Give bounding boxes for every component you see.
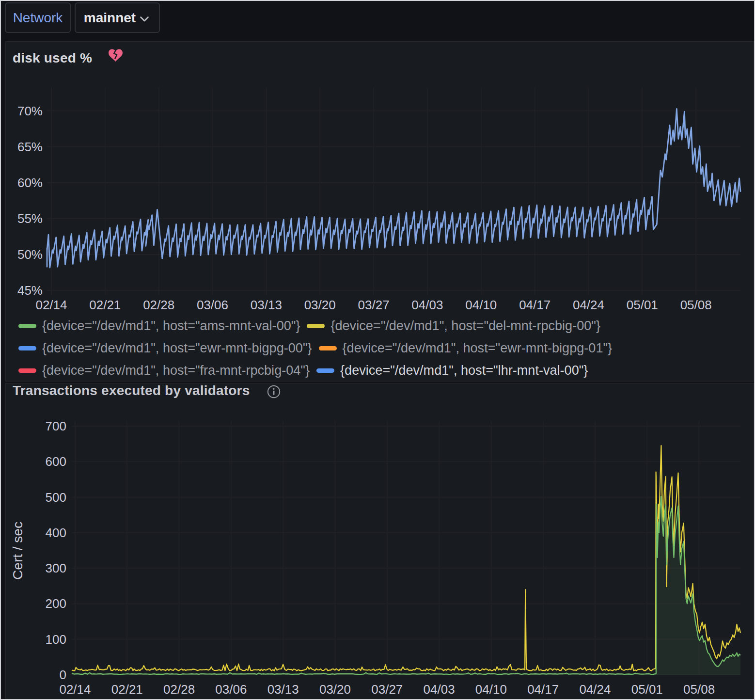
svg-text:65%: 65% [17,140,43,154]
svg-text:03/13: 03/13 [251,298,282,312]
svg-text:04/03: 04/03 [411,298,443,312]
svg-text:Cert / sec: Cert / sec [10,522,25,580]
svg-text:400: 400 [46,525,66,540]
svg-text:03/27: 03/27 [358,298,390,312]
svg-text:70%: 70% [17,104,43,118]
svg-text:03/20: 03/20 [304,298,336,312]
svg-text:04/17: 04/17 [527,682,559,697]
svg-text:300: 300 [46,561,66,575]
svg-text:0: 0 [60,668,66,682]
svg-text:05/01: 05/01 [627,298,658,312]
svg-text:05/08: 05/08 [683,682,715,697]
svg-text:03/27: 03/27 [371,682,403,697]
svg-text:60%: 60% [17,175,43,190]
svg-text:04/24: 04/24 [573,298,604,312]
svg-text:04/17: 04/17 [519,298,551,312]
svg-text:02/28: 02/28 [143,298,174,312]
svg-text:02/14: 02/14 [35,298,67,312]
svg-text:500: 500 [46,490,66,505]
svg-text:55%: 55% [17,211,43,226]
svg-text:200: 200 [46,596,66,611]
svg-text:04/24: 04/24 [579,682,611,697]
svg-text:04/03: 04/03 [424,682,455,697]
svg-text:05/01: 05/01 [631,682,663,697]
svg-text:02/28: 02/28 [163,682,195,697]
svg-text:03/20: 03/20 [319,682,351,697]
svg-text:04/10: 04/10 [465,298,497,312]
svg-text:02/21: 02/21 [89,298,121,312]
svg-text:03/06: 03/06 [197,298,228,312]
svg-text:02/14: 02/14 [59,682,91,697]
svg-text:03/06: 03/06 [215,682,247,697]
svg-text:05/08: 05/08 [680,298,712,312]
svg-text:50%: 50% [17,247,43,262]
svg-text:700: 700 [46,419,66,433]
svg-text:100: 100 [46,632,66,647]
svg-text:600: 600 [46,454,66,469]
svg-text:02/21: 02/21 [111,682,143,697]
svg-text:45%: 45% [17,283,43,298]
svg-text:04/10: 04/10 [475,682,507,697]
svg-text:03/13: 03/13 [267,682,299,697]
